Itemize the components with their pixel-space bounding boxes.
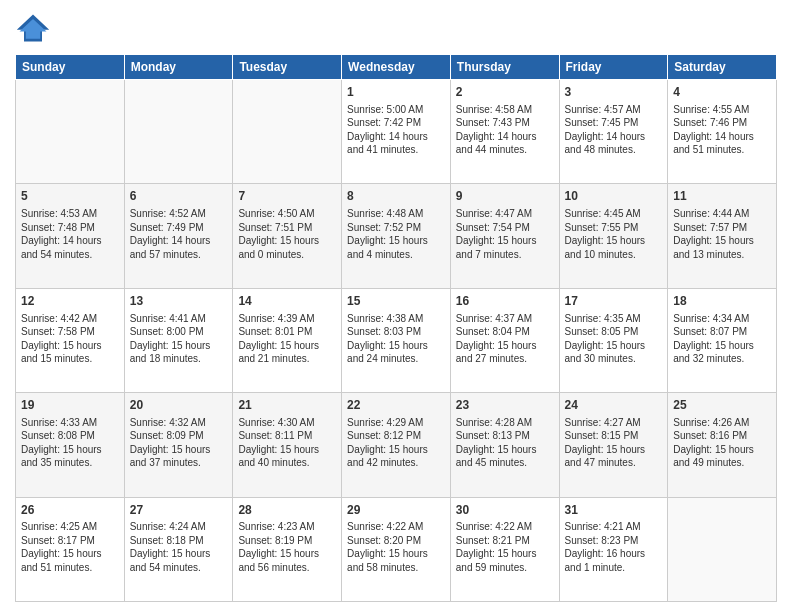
day-info: Sunrise: 4:48 AM Sunset: 7:52 PM Dayligh… <box>347 207 445 261</box>
table-row: 27Sunrise: 4:24 AM Sunset: 8:18 PM Dayli… <box>124 497 233 601</box>
table-row: 31Sunrise: 4:21 AM Sunset: 8:23 PM Dayli… <box>559 497 668 601</box>
day-info: Sunrise: 4:24 AM Sunset: 8:18 PM Dayligh… <box>130 520 228 574</box>
day-number: 18 <box>673 293 771 310</box>
day-number: 22 <box>347 397 445 414</box>
day-number: 10 <box>565 188 663 205</box>
col-wednesday: Wednesday <box>342 55 451 80</box>
day-number: 20 <box>130 397 228 414</box>
day-number: 12 <box>21 293 119 310</box>
table-row: 10Sunrise: 4:45 AM Sunset: 7:55 PM Dayli… <box>559 184 668 288</box>
table-row: 9Sunrise: 4:47 AM Sunset: 7:54 PM Daylig… <box>450 184 559 288</box>
calendar-week-5: 26Sunrise: 4:25 AM Sunset: 8:17 PM Dayli… <box>16 497 777 601</box>
table-row <box>16 80 125 184</box>
table-row: 7Sunrise: 4:50 AM Sunset: 7:51 PM Daylig… <box>233 184 342 288</box>
day-number: 14 <box>238 293 336 310</box>
table-row: 25Sunrise: 4:26 AM Sunset: 8:16 PM Dayli… <box>668 393 777 497</box>
table-row <box>233 80 342 184</box>
table-row: 14Sunrise: 4:39 AM Sunset: 8:01 PM Dayli… <box>233 288 342 392</box>
day-number: 5 <box>21 188 119 205</box>
table-row: 18Sunrise: 4:34 AM Sunset: 8:07 PM Dayli… <box>668 288 777 392</box>
table-row: 4Sunrise: 4:55 AM Sunset: 7:46 PM Daylig… <box>668 80 777 184</box>
day-number: 16 <box>456 293 554 310</box>
day-number: 15 <box>347 293 445 310</box>
table-row: 28Sunrise: 4:23 AM Sunset: 8:19 PM Dayli… <box>233 497 342 601</box>
day-info: Sunrise: 4:26 AM Sunset: 8:16 PM Dayligh… <box>673 416 771 470</box>
day-info: Sunrise: 4:29 AM Sunset: 8:12 PM Dayligh… <box>347 416 445 470</box>
day-info: Sunrise: 4:28 AM Sunset: 8:13 PM Dayligh… <box>456 416 554 470</box>
table-row: 3Sunrise: 4:57 AM Sunset: 7:45 PM Daylig… <box>559 80 668 184</box>
day-number: 13 <box>130 293 228 310</box>
calendar-week-4: 19Sunrise: 4:33 AM Sunset: 8:08 PM Dayli… <box>16 393 777 497</box>
table-row: 29Sunrise: 4:22 AM Sunset: 8:20 PM Dayli… <box>342 497 451 601</box>
day-info: Sunrise: 4:52 AM Sunset: 7:49 PM Dayligh… <box>130 207 228 261</box>
table-row <box>124 80 233 184</box>
day-number: 19 <box>21 397 119 414</box>
day-info: Sunrise: 4:21 AM Sunset: 8:23 PM Dayligh… <box>565 520 663 574</box>
day-info: Sunrise: 4:33 AM Sunset: 8:08 PM Dayligh… <box>21 416 119 470</box>
day-info: Sunrise: 4:22 AM Sunset: 8:21 PM Dayligh… <box>456 520 554 574</box>
table-row: 1Sunrise: 5:00 AM Sunset: 7:42 PM Daylig… <box>342 80 451 184</box>
table-row: 6Sunrise: 4:52 AM Sunset: 7:49 PM Daylig… <box>124 184 233 288</box>
table-row: 15Sunrise: 4:38 AM Sunset: 8:03 PM Dayli… <box>342 288 451 392</box>
day-info: Sunrise: 4:47 AM Sunset: 7:54 PM Dayligh… <box>456 207 554 261</box>
table-row: 2Sunrise: 4:58 AM Sunset: 7:43 PM Daylig… <box>450 80 559 184</box>
day-info: Sunrise: 4:57 AM Sunset: 7:45 PM Dayligh… <box>565 103 663 157</box>
day-info: Sunrise: 4:39 AM Sunset: 8:01 PM Dayligh… <box>238 312 336 366</box>
table-row: 19Sunrise: 4:33 AM Sunset: 8:08 PM Dayli… <box>16 393 125 497</box>
day-number: 1 <box>347 84 445 101</box>
table-row: 16Sunrise: 4:37 AM Sunset: 8:04 PM Dayli… <box>450 288 559 392</box>
day-number: 30 <box>456 502 554 519</box>
table-row: 20Sunrise: 4:32 AM Sunset: 8:09 PM Dayli… <box>124 393 233 497</box>
day-info: Sunrise: 4:35 AM Sunset: 8:05 PM Dayligh… <box>565 312 663 366</box>
table-row: 21Sunrise: 4:30 AM Sunset: 8:11 PM Dayli… <box>233 393 342 497</box>
table-row: 12Sunrise: 4:42 AM Sunset: 7:58 PM Dayli… <box>16 288 125 392</box>
logo-icon <box>15 10 51 46</box>
day-info: Sunrise: 4:44 AM Sunset: 7:57 PM Dayligh… <box>673 207 771 261</box>
svg-marker-1 <box>20 19 47 39</box>
day-number: 31 <box>565 502 663 519</box>
table-row: 26Sunrise: 4:25 AM Sunset: 8:17 PM Dayli… <box>16 497 125 601</box>
table-row: 24Sunrise: 4:27 AM Sunset: 8:15 PM Dayli… <box>559 393 668 497</box>
day-info: Sunrise: 4:45 AM Sunset: 7:55 PM Dayligh… <box>565 207 663 261</box>
table-row: 11Sunrise: 4:44 AM Sunset: 7:57 PM Dayli… <box>668 184 777 288</box>
col-thursday: Thursday <box>450 55 559 80</box>
col-saturday: Saturday <box>668 55 777 80</box>
table-row: 30Sunrise: 4:22 AM Sunset: 8:21 PM Dayli… <box>450 497 559 601</box>
calendar-header-row: Sunday Monday Tuesday Wednesday Thursday… <box>16 55 777 80</box>
table-row: 22Sunrise: 4:29 AM Sunset: 8:12 PM Dayli… <box>342 393 451 497</box>
day-number: 11 <box>673 188 771 205</box>
day-number: 26 <box>21 502 119 519</box>
col-sunday: Sunday <box>16 55 125 80</box>
day-number: 17 <box>565 293 663 310</box>
day-number: 4 <box>673 84 771 101</box>
day-number: 2 <box>456 84 554 101</box>
day-info: Sunrise: 4:53 AM Sunset: 7:48 PM Dayligh… <box>21 207 119 261</box>
table-row: 13Sunrise: 4:41 AM Sunset: 8:00 PM Dayli… <box>124 288 233 392</box>
day-number: 29 <box>347 502 445 519</box>
calendar-week-1: 1Sunrise: 5:00 AM Sunset: 7:42 PM Daylig… <box>16 80 777 184</box>
day-number: 3 <box>565 84 663 101</box>
day-info: Sunrise: 4:30 AM Sunset: 8:11 PM Dayligh… <box>238 416 336 470</box>
day-number: 6 <box>130 188 228 205</box>
day-info: Sunrise: 4:22 AM Sunset: 8:20 PM Dayligh… <box>347 520 445 574</box>
table-row: 23Sunrise: 4:28 AM Sunset: 8:13 PM Dayli… <box>450 393 559 497</box>
day-info: Sunrise: 4:58 AM Sunset: 7:43 PM Dayligh… <box>456 103 554 157</box>
day-info: Sunrise: 4:37 AM Sunset: 8:04 PM Dayligh… <box>456 312 554 366</box>
table-row: 8Sunrise: 4:48 AM Sunset: 7:52 PM Daylig… <box>342 184 451 288</box>
day-number: 9 <box>456 188 554 205</box>
calendar-table: Sunday Monday Tuesday Wednesday Thursday… <box>15 54 777 602</box>
table-row <box>668 497 777 601</box>
page: Sunday Monday Tuesday Wednesday Thursday… <box>0 0 792 612</box>
day-number: 27 <box>130 502 228 519</box>
day-info: Sunrise: 4:27 AM Sunset: 8:15 PM Dayligh… <box>565 416 663 470</box>
day-number: 25 <box>673 397 771 414</box>
col-tuesday: Tuesday <box>233 55 342 80</box>
day-number: 21 <box>238 397 336 414</box>
day-number: 23 <box>456 397 554 414</box>
day-number: 24 <box>565 397 663 414</box>
header <box>15 10 777 46</box>
day-info: Sunrise: 4:41 AM Sunset: 8:00 PM Dayligh… <box>130 312 228 366</box>
calendar-week-3: 12Sunrise: 4:42 AM Sunset: 7:58 PM Dayli… <box>16 288 777 392</box>
day-info: Sunrise: 4:38 AM Sunset: 8:03 PM Dayligh… <box>347 312 445 366</box>
day-number: 8 <box>347 188 445 205</box>
